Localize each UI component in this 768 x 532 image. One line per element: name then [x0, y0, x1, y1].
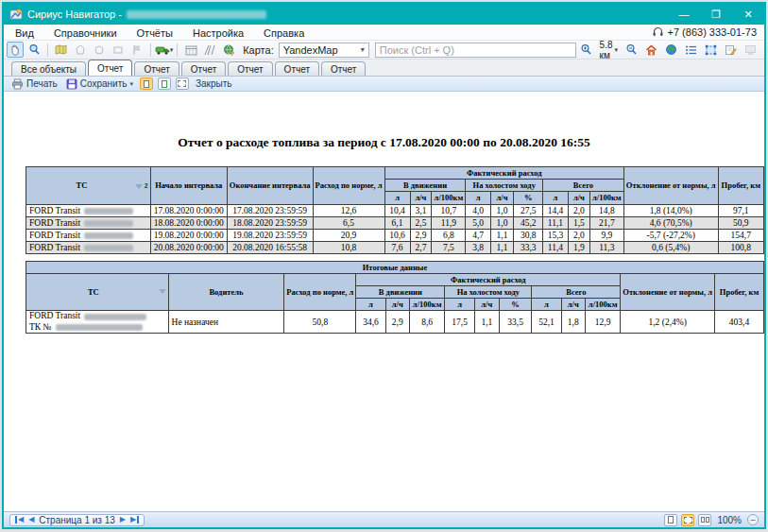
- fit-width-icon: [684, 517, 692, 523]
- col-header-l100: л/100км: [589, 192, 623, 204]
- first-page-button[interactable]: ◀: [15, 516, 24, 523]
- col-header-total: Всего: [543, 180, 624, 192]
- single-page-view-button[interactable]: [140, 77, 153, 90]
- value-cell: 1,1: [474, 311, 499, 334]
- col-header-start[interactable]: Начало интервала: [150, 167, 227, 205]
- col-header-norm[interactable]: Расход по норме, л: [284, 273, 356, 311]
- col-header-mileage[interactable]: Пробег, км: [715, 273, 764, 311]
- value-cell: 10,8: [313, 241, 384, 253]
- close-button[interactable]: ✕: [732, 4, 764, 25]
- value-cell: 14,8: [589, 204, 623, 216]
- zoom-out-button[interactable]: [623, 42, 640, 58]
- value-cell: 0,6 (5,4%): [623, 241, 718, 253]
- col-header-actual: Фактический расход: [384, 167, 623, 180]
- edit-notes-button[interactable]: [722, 42, 739, 58]
- value-cell: 12,9: [585, 311, 620, 334]
- col-header-lh: л/ч: [561, 299, 585, 311]
- value-cell: 7,6: [384, 241, 410, 253]
- save-button[interactable]: Сохранить ▾: [64, 78, 135, 90]
- objects-list-button[interactable]: [682, 42, 699, 58]
- col-header-tc[interactable]: ТС: [26, 273, 169, 311]
- tab-3[interactable]: Отчет: [181, 61, 226, 76]
- circle-tool-button[interactable]: [91, 42, 108, 58]
- continuous-view-button[interactable]: [158, 77, 171, 90]
- col-header-end[interactable]: Окончание интервала: [227, 167, 313, 205]
- vehicle-cell: FORD Transit: [26, 216, 151, 229]
- interval-end-cell: 17.08.2020 23:59:59: [227, 204, 313, 216]
- zoom-out-button[interactable]: –: [747, 514, 759, 525]
- print-button[interactable]: Печать: [9, 78, 60, 90]
- route-button[interactable]: [201, 42, 218, 58]
- col-header-moving: В движении: [384, 180, 466, 192]
- zoom-in-button[interactable]: [578, 42, 595, 58]
- flag-tool-button[interactable]: [128, 42, 145, 58]
- value-cell: 1,8 (14,0%): [623, 204, 718, 216]
- menu-item-настройка[interactable]: Настройка: [193, 27, 244, 39]
- col-header-l: л: [543, 192, 569, 204]
- map-scale-select[interactable]: 5.8 км ▾: [598, 40, 620, 60]
- last-page-button[interactable]: ▶: [130, 516, 139, 523]
- tab-4[interactable]: Отчет: [228, 61, 272, 76]
- pan-tool-button[interactable]: [7, 42, 24, 58]
- fuel-detail-table: ТС 2 Начало интервала Окончание интервал…: [26, 166, 764, 254]
- interval-start-cell: 20.08.2020 0:00:00: [150, 241, 227, 253]
- prev-page-button[interactable]: ◀: [28, 516, 34, 523]
- col-header-tc[interactable]: ТС 2: [26, 167, 151, 205]
- geo-tools-button[interactable]: [220, 42, 237, 58]
- tab-1[interactable]: Отчет: [88, 60, 132, 76]
- next-page-button[interactable]: ▶: [120, 516, 126, 523]
- map-edit-button[interactable]: [53, 42, 70, 58]
- col-header-lh: л/ч: [385, 299, 409, 311]
- zoom-tool-button[interactable]: [26, 42, 43, 58]
- col-header-deviation[interactable]: Отклонение от нормы, л: [621, 273, 715, 311]
- select-area-button[interactable]: [702, 42, 719, 58]
- value-cell: 2,7: [410, 241, 432, 253]
- col-header-driver[interactable]: Водитель: [168, 273, 284, 311]
- toolbar-separator: [47, 43, 48, 57]
- map-select-label: Карта:: [243, 44, 274, 56]
- menu-item-отчёты[interactable]: Отчёты: [137, 27, 173, 39]
- minimize-button[interactable]: —: [668, 4, 700, 25]
- value-cell: 2,5: [410, 216, 432, 229]
- driver-cell: Не назначен: [168, 311, 284, 334]
- value-cell: 7,5: [432, 241, 466, 253]
- zoom-level: 100%: [717, 515, 742, 525]
- menu-item-справка[interactable]: Справка: [264, 27, 304, 39]
- monitor-button[interactable]: [742, 42, 759, 58]
- col-header-norm[interactable]: Расход по норме, л: [313, 167, 384, 205]
- polygon-tool-button[interactable]: [72, 42, 89, 58]
- fit-page-icon: [178, 80, 186, 87]
- toolbar-separator: [177, 43, 178, 57]
- search-input[interactable]: [375, 43, 576, 58]
- fit-page-button[interactable]: [176, 77, 189, 90]
- menu-item-вид[interactable]: Вид: [15, 27, 34, 39]
- schedule-button[interactable]: [182, 42, 199, 58]
- col-header-mileage[interactable]: Пробег, км: [718, 167, 763, 205]
- col-header-lh: л/ч: [474, 299, 499, 311]
- tab-6[interactable]: Отчет: [321, 61, 366, 76]
- view-fit-width-button[interactable]: [681, 514, 694, 526]
- close-report-button[interactable]: Закрыть: [194, 78, 234, 89]
- col-header-l100: л/100км: [409, 299, 444, 311]
- menu-item-справочники[interactable]: Справочники: [54, 27, 117, 39]
- maximize-button[interactable]: ❐: [700, 4, 732, 25]
- rectangle-tool-button[interactable]: [110, 42, 127, 58]
- vehicle-cell: FORD TransitТК №: [26, 311, 169, 334]
- status-bar: ◀ ◀ Страница 1 из 13 ▶ ▶ 100% –: [4, 511, 764, 527]
- value-cell: 2,9: [385, 311, 409, 334]
- tab-0[interactable]: Все объекты: [11, 61, 86, 76]
- col-header-deviation[interactable]: Отклонение от нормы, л: [623, 167, 718, 205]
- save-label: Сохранить: [80, 78, 128, 89]
- polygon-icon: [75, 44, 86, 56]
- view-multi-page-button[interactable]: [698, 514, 711, 526]
- tab-5[interactable]: Отчет: [275, 61, 319, 76]
- home-button[interactable]: [642, 42, 659, 58]
- view-single-page-button[interactable]: [664, 514, 677, 526]
- vehicle-button[interactable]: ▾: [155, 42, 172, 58]
- tab-2[interactable]: Отчет: [134, 61, 179, 76]
- app-window: Сириус Навигатор - — ❐ ✕ ВидСправочникиО…: [2, 2, 766, 529]
- map-provider-select[interactable]: YandexMap ▾: [279, 43, 369, 58]
- sort-down-icon: [159, 289, 166, 294]
- interval-end-cell: 19.08.2020 23:59:59: [227, 229, 313, 241]
- world-view-button[interactable]: [662, 42, 679, 58]
